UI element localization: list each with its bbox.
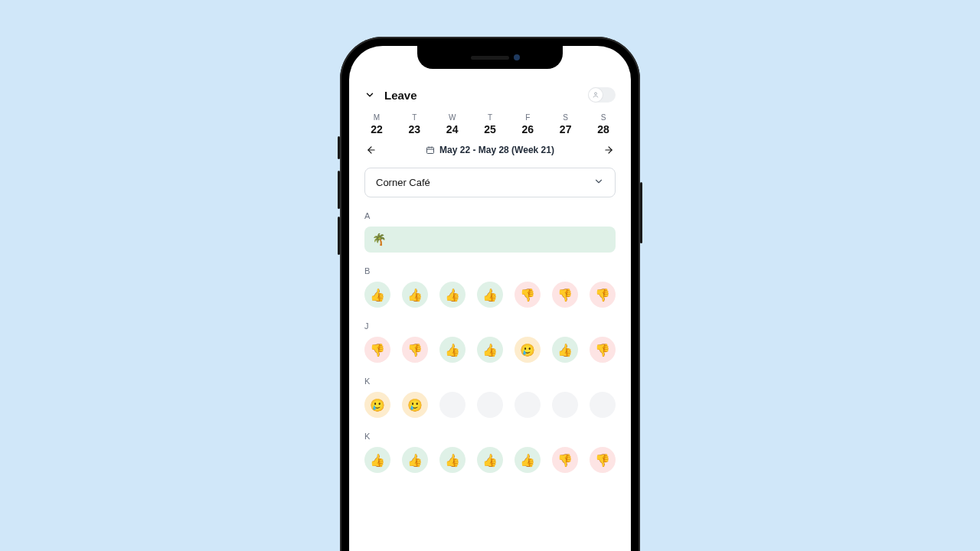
- status-row: 👍👍👍👍👎👎👎: [364, 282, 616, 308]
- day-letter: F: [515, 113, 540, 122]
- day-letter: M: [364, 113, 389, 122]
- status-bubble-up[interactable]: 👍: [439, 282, 466, 308]
- day-column[interactable]: T23: [402, 113, 426, 135]
- day-number: 26: [515, 123, 540, 135]
- location-dropdown[interactable]: Corner Café: [364, 168, 616, 197]
- page-title: Leave: [384, 89, 417, 102]
- section-letter: A: [364, 211, 616, 220]
- next-week-button[interactable]: [602, 143, 616, 157]
- day-number: 22: [364, 123, 389, 135]
- status-bubble-empty[interactable]: [514, 392, 541, 418]
- chevron-down-icon: [593, 176, 604, 189]
- status-bubble-down[interactable]: 👎: [590, 447, 616, 473]
- phone-frame: Leave M22T23W24T25F26S27S28 May 22 - May…: [340, 37, 640, 551]
- status-bubble-maybe[interactable]: 🥲: [514, 337, 541, 363]
- week-range-row: May 22 - May 28 (Week 21): [364, 143, 616, 157]
- leave-bar[interactable]: 🌴: [364, 227, 616, 253]
- view-toggle[interactable]: [588, 87, 616, 103]
- day-number: 27: [554, 123, 578, 135]
- status-bubble-empty[interactable]: [590, 392, 616, 418]
- section-letter: J: [364, 321, 616, 331]
- day-number: 25: [478, 123, 502, 135]
- status-bubble-down[interactable]: 👎: [590, 337, 616, 363]
- day-letter: S: [591, 113, 616, 122]
- status-row: 👎👎👍👍🥲👍👎: [364, 337, 616, 363]
- status-bubble-maybe[interactable]: 🥲: [402, 392, 428, 418]
- day-number: 24: [440, 123, 465, 135]
- week-range-label: May 22 - May 28 (Week 21): [439, 145, 554, 155]
- status-bubble-up[interactable]: 👍: [439, 447, 466, 473]
- day-letter: S: [554, 113, 578, 122]
- status-bubble-up[interactable]: 👍: [439, 337, 466, 363]
- day-column[interactable]: S27: [554, 113, 578, 135]
- status-bubble-empty[interactable]: [477, 392, 503, 418]
- day-column[interactable]: F26: [515, 113, 540, 135]
- week-day-row: M22T23W24T25F26S27S28: [364, 113, 616, 135]
- status-bubble-up[interactable]: 👍: [402, 447, 428, 473]
- status-bubble-up[interactable]: 👍: [477, 337, 503, 363]
- day-column[interactable]: S28: [591, 113, 616, 135]
- screen: Leave M22T23W24T25F26S27S28 May 22 - May…: [349, 46, 631, 551]
- status-row: 🥲🥲: [364, 392, 616, 418]
- notch: [417, 46, 563, 69]
- status-bubble-up[interactable]: 👍: [514, 447, 541, 473]
- status-bubble-down[interactable]: 👎: [514, 282, 541, 308]
- svg-point-0: [595, 93, 597, 95]
- day-column[interactable]: T25: [478, 113, 502, 135]
- status-bubble-up[interactable]: 👍: [477, 447, 503, 473]
- status-bubble-up[interactable]: 👍: [402, 282, 428, 308]
- day-number: 28: [591, 123, 616, 135]
- status-row: 👍👍👍👍👍👎👎: [364, 447, 616, 473]
- day-letter: W: [440, 113, 465, 122]
- status-bubble-down[interactable]: 👎: [364, 337, 390, 363]
- person-icon: [592, 91, 599, 99]
- calendar-icon: [426, 145, 435, 155]
- day-letter: T: [402, 113, 426, 122]
- status-bubble-down[interactable]: 👎: [590, 282, 616, 308]
- day-column[interactable]: M22: [364, 113, 389, 135]
- chevron-down-icon[interactable]: [364, 90, 375, 100]
- day-number: 23: [402, 123, 426, 135]
- prev-week-button[interactable]: [364, 143, 378, 157]
- status-bubble-down[interactable]: 👎: [402, 337, 428, 363]
- location-selected: Corner Café: [376, 177, 430, 188]
- status-bubble-up[interactable]: 👍: [477, 282, 503, 308]
- status-bubble-down[interactable]: 👎: [552, 447, 578, 473]
- status-bubble-maybe[interactable]: 🥲: [364, 392, 390, 418]
- header-bar: Leave: [364, 87, 616, 103]
- svg-rect-2: [427, 148, 434, 154]
- status-bubble-empty[interactable]: [552, 392, 578, 418]
- status-bubble-empty[interactable]: [439, 392, 466, 418]
- status-bubble-down[interactable]: 👎: [552, 282, 578, 308]
- section-letter: K: [364, 377, 616, 386]
- section-letter: K: [364, 432, 616, 441]
- day-column[interactable]: W24: [440, 113, 465, 135]
- status-bubble-up[interactable]: 👍: [552, 337, 578, 363]
- day-letter: T: [478, 113, 502, 122]
- section-letter: B: [364, 266, 616, 276]
- status-bubble-up[interactable]: 👍: [364, 447, 390, 473]
- status-bubble-up[interactable]: 👍: [364, 282, 390, 308]
